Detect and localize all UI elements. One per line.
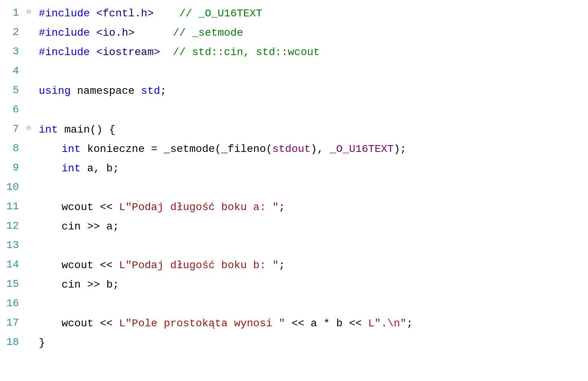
line-number: 6: [0, 101, 27, 120]
fold-marker[interactable]: ⊟: [27, 4, 35, 23]
line-number: 3: [0, 43, 27, 62]
code-line: 7⊟int main() {: [0, 120, 588, 139]
code-line: 5using namespace std;: [0, 81, 588, 101]
line-number: 18: [0, 333, 27, 353]
code-line: 12cin >> a;: [0, 217, 588, 236]
fold-marker: [27, 314, 35, 333]
fold-marker: [27, 62, 35, 81]
code-line: 10: [0, 178, 588, 198]
token: int: [62, 144, 81, 155]
line-number: 7: [0, 120, 27, 139]
token: >> b;: [81, 280, 119, 290]
code-line: 6: [0, 101, 588, 120]
code-content: wcout << L"Podaj długość boku a: ";: [35, 198, 285, 217]
token: int: [39, 125, 58, 135]
token: cin: [62, 221, 81, 232]
token: <<: [94, 202, 119, 213]
line-number: 8: [0, 139, 27, 159]
token: << a * b <<: [285, 318, 368, 329]
fold-marker: [27, 81, 35, 101]
line-number: 9: [0, 159, 27, 178]
token: using: [39, 86, 71, 96]
token: namespace: [71, 86, 141, 96]
fold-marker: [27, 217, 35, 236]
fold-marker[interactable]: ⊟: [27, 120, 35, 139]
line-number: 13: [0, 236, 27, 256]
fold-marker: [27, 198, 35, 217]
code-content: [35, 294, 62, 314]
token: L".\n": [368, 318, 407, 329]
token: stdout: [273, 144, 311, 155]
token: L"Podaj długość boku b: ": [119, 260, 279, 271]
code-content: #include <iostream> // std::cin, std::wc…: [35, 43, 320, 62]
token: int: [62, 163, 81, 174]
code-line: 9int a, b;: [0, 159, 588, 178]
code-line: 16: [0, 294, 588, 314]
token: #include: [39, 28, 96, 38]
line-number: 4: [0, 62, 27, 81]
code-content: int a, b;: [35, 159, 119, 178]
code-content: cin >> b;: [35, 275, 119, 294]
code-line: 3#include <iostream> // std::cin, std::w…: [0, 43, 588, 62]
code-line: 8int konieczne = _setmode(_fileno(stdout…: [0, 139, 588, 159]
code-line: 1⊟#include <fcntl.h> // _O_U16TEXT: [0, 4, 588, 23]
code-content: [35, 178, 62, 198]
fold-marker: [27, 23, 35, 43]
token: ;: [160, 86, 166, 96]
token: wcout: [62, 260, 94, 271]
code-content: int konieczne = _setmode(_fileno(stdout)…: [35, 139, 406, 159]
fold-marker: [27, 256, 35, 275]
line-number: 10: [0, 178, 27, 198]
code-content: wcout << L"Podaj długość boku b: ";: [35, 256, 285, 275]
fold-marker: [27, 101, 35, 120]
token: L"Pole prostokąta wynosi ": [119, 318, 285, 329]
fold-marker: [27, 159, 35, 178]
code-line: 11wcout << L"Podaj długość boku a: ";: [0, 198, 588, 217]
fold-marker: [27, 178, 35, 198]
token: ),: [311, 144, 330, 155]
token: L"Podaj długość boku a: ": [119, 202, 279, 213]
token: <<: [94, 260, 119, 271]
token: _O_U16TEXT: [330, 144, 394, 155]
token: std: [141, 86, 160, 96]
token: a, b;: [81, 163, 119, 174]
code-line: 14wcout << L"Podaj długość boku b: ";: [0, 256, 588, 275]
code-line: 2#include <io.h> // _setmode: [0, 23, 588, 43]
token: );: [394, 144, 407, 155]
token: <<: [94, 318, 119, 329]
token: <io.h>: [96, 28, 135, 38]
line-number: 2: [0, 23, 27, 43]
token: ;: [406, 318, 413, 329]
code-content: using namespace std;: [35, 81, 166, 101]
code-editor: 1⊟#include <fcntl.h> // _O_U16TEXT2#incl…: [0, 0, 588, 356]
code-content: [35, 62, 39, 81]
code-content: wcout << L"Pole prostokąta wynosi " << a…: [35, 314, 413, 333]
line-number: 5: [0, 81, 27, 101]
token: konieczne = _setmode(_fileno(: [81, 144, 272, 155]
token: wcout: [62, 318, 94, 329]
fold-marker: [27, 43, 35, 62]
code-line: 18}: [0, 333, 588, 353]
code-content: #include <fcntl.h> // _O_U16TEXT: [35, 4, 262, 23]
token: main() {: [58, 125, 115, 135]
code-content: }: [35, 333, 45, 353]
token: >> a;: [81, 221, 119, 232]
code-content: cin >> a;: [35, 217, 119, 236]
code-content: [35, 101, 39, 120]
line-number: 17: [0, 314, 27, 333]
token: <fcntl.h>: [96, 8, 154, 19]
code-line: 17wcout << L"Pole prostokąta wynosi " <<…: [0, 314, 588, 333]
token: <iostream>: [96, 47, 160, 58]
line-number: 15: [0, 275, 27, 294]
code-line: 15cin >> b;: [0, 275, 588, 294]
token: wcout: [62, 202, 94, 213]
code-line: 4: [0, 62, 588, 81]
token: #include: [39, 47, 96, 58]
fold-marker: [27, 236, 35, 256]
token: ;: [279, 202, 285, 213]
code-content: [35, 236, 62, 256]
token: // _O_U16TEXT: [154, 8, 262, 19]
line-number: 11: [0, 198, 27, 217]
token: cin: [62, 280, 81, 290]
fold-marker: [27, 139, 35, 159]
